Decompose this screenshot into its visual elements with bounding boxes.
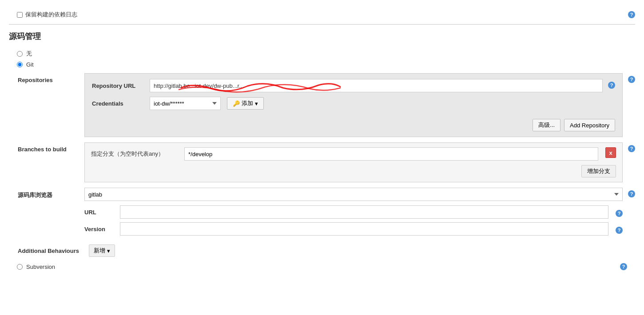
add-branch-button[interactable]: 增加分支 bbox=[581, 165, 616, 177]
add-behaviour-label: 新增 bbox=[94, 247, 105, 255]
add-credentials-button[interactable]: 🔑 添加 ▾ bbox=[227, 97, 264, 110]
source-management-title: 源码管理 bbox=[9, 24, 635, 48]
browser-label: 源码库浏览器 bbox=[18, 188, 84, 199]
radio-row-subversion: Subversion ? bbox=[9, 261, 635, 272]
repo-url-help-icon: ? bbox=[608, 82, 615, 89]
browser-url-label: URL bbox=[84, 209, 120, 216]
browser-version-input[interactable] bbox=[120, 222, 608, 236]
browser-help-icon: ? bbox=[628, 190, 635, 197]
branches-help-icon: ? bbox=[628, 145, 635, 152]
branches-label: Branches to build bbox=[18, 142, 84, 153]
delete-branch-button[interactable]: x bbox=[605, 147, 616, 158]
credentials-label: Credentials bbox=[92, 100, 150, 107]
subversion-help-icon: ? bbox=[620, 263, 627, 270]
radio-none-label: 无 bbox=[26, 50, 32, 58]
branch-specifier-label: 指定分支（为空时代表any） bbox=[91, 150, 180, 158]
keep-dependencies-log-checkbox[interactable] bbox=[17, 12, 23, 18]
browser-version-label: Version bbox=[84, 226, 120, 232]
repo-url-input[interactable] bbox=[150, 79, 603, 92]
browser-select[interactable]: gitlab bbox=[84, 188, 623, 201]
branch-specifier-input[interactable] bbox=[184, 147, 598, 161]
browser-version-help-icon: ? bbox=[616, 227, 623, 234]
keep-dependencies-log-label: 保留构建的依赖日志 bbox=[25, 11, 77, 19]
advanced-button[interactable]: 高级... bbox=[533, 119, 561, 131]
radio-git[interactable] bbox=[17, 62, 23, 67]
radio-subversion-label: Subversion bbox=[26, 264, 55, 270]
browser-url-help-icon: ? bbox=[616, 210, 623, 217]
radio-subversion[interactable] bbox=[17, 264, 23, 270]
key-icon: 🔑 bbox=[233, 100, 240, 107]
additional-behaviours-label: Additional Behaviours bbox=[18, 248, 84, 254]
add-behaviour-button[interactable]: 新增 ▾ bbox=[89, 244, 115, 257]
add-credentials-label: 添加 bbox=[242, 99, 253, 107]
radio-row-none: 无 bbox=[9, 48, 635, 59]
add-behaviour-arrow: ▾ bbox=[107, 248, 110, 254]
credentials-select[interactable]: iot-dw/****** bbox=[150, 97, 221, 110]
repositories-help-icon: ? bbox=[628, 76, 635, 83]
keep-dependencies-help-icon: ? bbox=[628, 11, 635, 18]
add-repository-button[interactable]: Add Repository bbox=[564, 119, 615, 131]
add-cred-dropdown-arrow: ▾ bbox=[255, 100, 258, 107]
repositories-label: Repositories bbox=[18, 73, 84, 83]
branches-panel: x 指定分支（为空时代表any） 增加分支 bbox=[84, 142, 623, 182]
browser-url-input[interactable] bbox=[120, 205, 608, 219]
radio-row-git: Git bbox=[9, 59, 635, 70]
repo-url-label: Repository URL bbox=[92, 83, 150, 89]
radio-git-label: Git bbox=[26, 61, 34, 68]
radio-none[interactable] bbox=[17, 51, 23, 57]
repositories-panel: Repository URL bbox=[84, 73, 623, 137]
